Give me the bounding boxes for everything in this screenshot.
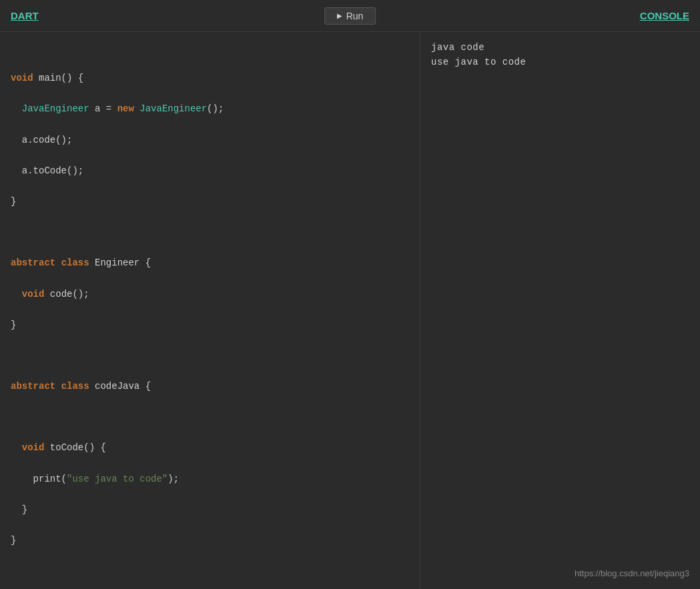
run-button[interactable]: ▶ Run <box>324 7 376 25</box>
console-panel: java code use java to code https://blog.… <box>420 32 700 589</box>
main-layout: void main() { JavaEngineer a = new JavaE… <box>0 32 700 589</box>
console-output: java code use java to code <box>431 40 689 70</box>
top-bar: DART ▶ Run CONSOLE <box>0 0 700 32</box>
watermark: https://blog.csdn.net/jieqiang3 <box>575 568 689 578</box>
console-line-2: use java to code <box>431 55 689 69</box>
run-label: Run <box>346 11 364 21</box>
console-line-1: java code <box>431 40 689 55</box>
console-tab[interactable]: CONSOLE <box>640 10 689 21</box>
code-editor[interactable]: void main() { JavaEngineer a = new JavaE… <box>0 32 420 589</box>
play-icon: ▶ <box>337 12 342 19</box>
code-content: void main() { JavaEngineer a = new JavaE… <box>11 40 409 589</box>
dart-tab[interactable]: DART <box>11 10 39 21</box>
